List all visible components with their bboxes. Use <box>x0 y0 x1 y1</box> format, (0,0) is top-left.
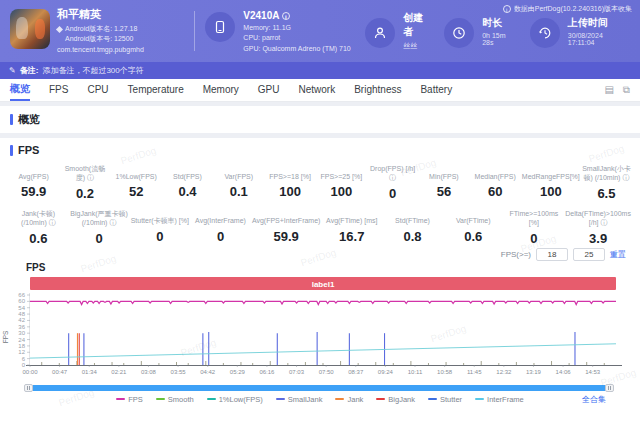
fps-filter-label: FPS(>=) <box>501 250 531 259</box>
metric-label: FPS>=18 [%] <box>265 164 314 181</box>
legend-swatch <box>116 398 125 400</box>
svg-text:54: 54 <box>18 304 25 310</box>
legend-item-smooth[interactable]: Smooth <box>156 395 194 404</box>
metric-label: Jank(卡顿) (/10min) ⓘ <box>9 209 68 228</box>
upload-time-block: 上传时间 30/08/2024 17:11:04 <box>530 14 630 48</box>
fps-threshold-input-2[interactable] <box>573 248 605 261</box>
svg-text:05:29: 05:29 <box>230 369 246 375</box>
svg-text:12:32: 12:32 <box>496 369 512 375</box>
tab-overview[interactable]: 概览 <box>10 79 30 101</box>
tab-gpu[interactable]: GPU <box>258 79 280 101</box>
metric-label: Smooth(流畅度) ⓘ <box>60 164 109 183</box>
metric-label: MedRangeFPS[%] <box>522 164 580 181</box>
note-label: 备注: <box>20 65 39 76</box>
metric-cell: Std(FPS)0.4 <box>162 164 213 201</box>
metric-label: Drop(FPS) [/h] ⓘ <box>368 164 417 183</box>
legend-label: Smooth <box>168 395 194 404</box>
metric-value: 3.9 <box>565 231 631 246</box>
panel-layout-icon[interactable]: ▤ <box>604 84 613 96</box>
tab-bar: 概览FPSCPUTemperatureMemoryGPUNetworkBrigh… <box>0 79 640 102</box>
svg-text:12: 12 <box>18 349 25 355</box>
device-memory: Memory: 11.1G <box>243 23 350 34</box>
metric-value: 56 <box>419 184 468 199</box>
svg-text:24: 24 <box>18 336 25 342</box>
metric-value: 0.4 <box>163 184 212 199</box>
svg-text:06:16: 06:16 <box>259 369 275 375</box>
svg-text:13:19: 13:19 <box>526 369 542 375</box>
tab-temperature[interactable]: Temperature <box>128 79 184 101</box>
tab-fps[interactable]: FPS <box>49 79 68 101</box>
tab-cpu[interactable]: CPU <box>87 79 108 101</box>
legend-item-bigjank[interactable]: BigJank <box>376 395 415 404</box>
metric-label: Std(FTime) <box>383 209 442 226</box>
fps-filter-reset-button[interactable]: 重置 <box>610 249 626 260</box>
header-divider <box>194 11 195 51</box>
fps-chart-svg[interactable]: label10612182430364248546066FPS00:0000:4… <box>0 275 640 379</box>
metric-label: Median(FPS) <box>471 164 520 181</box>
legend-item-interframe[interactable]: InterFrame <box>475 395 524 404</box>
metric-value: 60 <box>471 184 520 199</box>
device-info-icon[interactable]: i <box>282 12 290 20</box>
svg-text:07:03: 07:03 <box>289 369 305 375</box>
legend-select-all[interactable]: 全合集 <box>582 394 606 405</box>
legend-label: SmallJank <box>288 395 323 404</box>
tab-brightness[interactable]: Brightness <box>354 79 401 101</box>
legend-item-fps[interactable]: FPS <box>116 395 143 404</box>
info-icon: i <box>503 5 511 13</box>
scrollbar-right-handle[interactable] <box>605 384 614 392</box>
metric-value: 0.1 <box>214 184 263 199</box>
metric-value: 0.2 <box>60 186 109 201</box>
tab-battery[interactable]: Battery <box>420 79 452 101</box>
svg-text:04:42: 04:42 <box>200 369 216 375</box>
legend-swatch <box>335 398 344 400</box>
legend-item-jank[interactable]: Jank <box>335 395 363 404</box>
metric-value: 0.6 <box>444 229 503 244</box>
metric-label: Stutter(卡顿率) [%] <box>130 209 189 226</box>
upload-value: 30/08/2024 17:11:04 <box>568 32 630 46</box>
legend-label: 1%Low(FPS) <box>219 395 263 404</box>
svg-text:07:50: 07:50 <box>319 369 335 375</box>
device-gpu: GPU: Qualcomm Adreno (TM) 710 <box>243 44 350 55</box>
duration-block: 时长 0h 15m 28s <box>444 14 518 48</box>
legend-swatch <box>156 398 165 400</box>
metric-label: FTime>=100ms [%] <box>505 209 564 228</box>
metric-cell: Avg(FTime) [ms]16.7 <box>321 209 382 246</box>
scrollbar-left-handle[interactable] <box>24 384 33 392</box>
section-accent-bar <box>10 114 13 125</box>
diamond-icon <box>56 26 63 33</box>
metric-label: BigJank(严重卡顿) (/10min) ⓘ <box>70 209 129 228</box>
metric-label: Var(FTime) <box>444 209 503 226</box>
metrics-row-1: Avg(FPS)59.9Smooth(流畅度) ⓘ0.21%Low(FPS)52… <box>0 156 640 201</box>
metrics-row-2: Jank(卡顿) (/10min) ⓘ0.6BigJank(严重卡顿) (/10… <box>0 201 640 246</box>
chart-range-scrollbar[interactable] <box>24 384 614 392</box>
scrollbar-track[interactable] <box>32 385 606 391</box>
metric-value: 0 <box>505 231 564 246</box>
metric-cell: Std(FTime)0.8 <box>382 209 443 246</box>
metric-value: 59.9 <box>252 229 321 244</box>
app-meta: 和平精英 Android版本名: 1.27.18 Android版本号: 125… <box>57 7 144 54</box>
chart-legend: FPSSmooth1%Low(FPS)SmallJankJankBigJankS… <box>0 392 640 407</box>
legend-item-smalljank[interactable]: SmallJank <box>276 395 323 404</box>
legend-item-stutter[interactable]: Stutter <box>428 395 462 404</box>
note-bar[interactable]: ✎ 备注: 添加备注，不超过300个字符 <box>0 62 640 79</box>
metric-value: 0.8 <box>383 229 442 244</box>
legend-label: InterFrame <box>487 395 524 404</box>
fullscreen-icon[interactable]: ⧉ <box>623 84 630 96</box>
svg-text:66: 66 <box>18 292 25 298</box>
metric-value: 0.6 <box>9 231 68 246</box>
app-info-block: 和平精英 Android版本名: 1.27.18 Android版本号: 125… <box>10 7 192 54</box>
legend-label: Jank <box>347 395 363 404</box>
section-accent-bar <box>10 145 13 156</box>
metric-value: 0 <box>191 229 250 244</box>
svg-text:FPS: FPS <box>2 330 9 343</box>
history-clock-icon <box>530 18 560 48</box>
fps-chart[interactable]: label10612182430364248546066FPS00:0000:4… <box>0 275 640 383</box>
legend-item-1-low-fps-[interactable]: 1%Low(FPS) <box>207 395 263 404</box>
metric-label: Delta(FTime)>100ms [/h] ⓘ <box>565 209 631 228</box>
metric-value: 100 <box>265 184 314 199</box>
tab-network[interactable]: Network <box>299 79 336 101</box>
fps-threshold-input-1[interactable] <box>536 248 568 261</box>
tab-memory[interactable]: Memory <box>203 79 239 101</box>
metric-cell: MedRangeFPS[%]100 <box>521 164 581 201</box>
device-model: V2410A <box>243 10 279 21</box>
